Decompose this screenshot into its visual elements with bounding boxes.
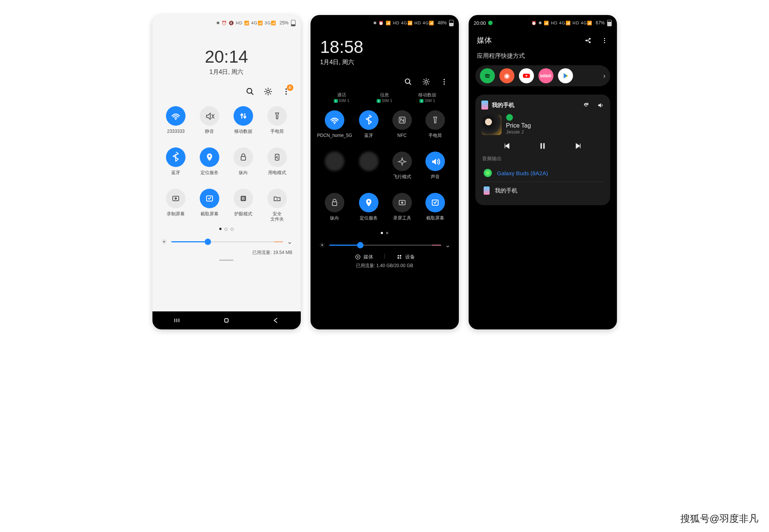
tile-folder[interactable]: 安全 文件夹: [260, 189, 294, 222]
tile-blur[interactable]: [352, 152, 386, 185]
tile-wifi[interactable]: PDCN_home_5G: [317, 110, 352, 143]
action-row: [311, 66, 459, 90]
quick-tiles-grid: PDCN_home_5G蓝牙NFC手电筒飞行模式声音纵向定位服务录屏工具截取屏幕: [311, 104, 459, 227]
status-bar: ✱ ⏰ 📶 HD 4G📶 HD 4G📶 48%: [311, 15, 459, 29]
tile-shot[interactable]: 截取屏幕: [193, 189, 226, 222]
more-button[interactable]: 新: [281, 87, 291, 96]
battery-text: 25%: [279, 20, 288, 26]
tile-loc[interactable]: 定位服务: [193, 147, 226, 180]
tile-nfc[interactable]: NFC: [385, 110, 419, 143]
app-playstore[interactable]: [558, 68, 573, 83]
tile-label: 截取屏幕: [201, 211, 219, 222]
sim-selector[interactable]: 通话1SIM 1: [320, 92, 363, 103]
settings-button[interactable]: [263, 87, 273, 96]
expand-icon[interactable]: ⌄: [287, 237, 293, 246]
tile-label: 截取屏幕: [426, 215, 444, 226]
tile-eye[interactable]: 护眼模式: [226, 189, 260, 222]
prev-button[interactable]: [503, 142, 511, 150]
spotify-icon: [506, 114, 513, 121]
tile-shot[interactable]: 截取屏幕: [419, 193, 452, 226]
battery-text: 67%: [596, 20, 605, 26]
tile-lock[interactable]: 纵向: [317, 193, 352, 226]
action-row: 新: [152, 76, 301, 99]
battery-icon: [291, 20, 296, 26]
quick-settings-panel-light: ✱ ⏰ 🔇 HD 📶 4G📶 3G📶 25% 20:14 1月4日, 周六 新 …: [152, 15, 301, 329]
tile-label: 声音: [431, 174, 440, 185]
search-button[interactable]: [245, 87, 255, 96]
panel-title: 媒体: [477, 35, 492, 45]
tile-label: 纵向: [330, 215, 339, 226]
tile-wifi[interactable]: 2333333: [159, 106, 193, 139]
home-button[interactable]: [221, 315, 232, 326]
recents-button[interactable]: [171, 315, 182, 326]
app-bilibili[interactable]: bilibili: [538, 68, 553, 83]
devices-button[interactable]: 设备: [396, 254, 415, 260]
tile-power[interactable]: 用电模式: [260, 147, 294, 180]
data-usage: 已用流量: 19.54 MB: [152, 248, 301, 257]
status-bar: 20:00 ⏰ ✱ 📶 HD 4G📶 HD 4G📶 67%: [469, 15, 617, 29]
tile-label: 静音: [205, 129, 214, 139]
tile-loc[interactable]: 定位服务: [352, 193, 386, 226]
brightness-slider[interactable]: ⌄: [152, 235, 301, 248]
sun-icon: [161, 238, 167, 245]
brightness-slider[interactable]: ⌄: [311, 239, 459, 251]
tile-mute[interactable]: 静音: [193, 106, 226, 139]
tile-label: PDCN_home_5G: [317, 133, 352, 143]
tile-rec[interactable]: 录制屏幕: [159, 189, 193, 222]
connections-button[interactable]: [584, 36, 592, 45]
app-pocketcasts[interactable]: ◉: [499, 68, 514, 83]
drag-handle[interactable]: [219, 260, 234, 261]
tile-label: 护眼模式: [234, 211, 252, 222]
output-list: Galaxy Buds (8A2A)我的手机: [481, 164, 604, 199]
volume-button[interactable]: [597, 101, 604, 109]
tile-bt[interactable]: 蓝牙: [352, 110, 386, 143]
output-phone[interactable]: 我的手机: [481, 182, 604, 199]
tile-torch[interactable]: 手电筒: [419, 110, 452, 143]
output-buds[interactable]: Galaxy Buds (8A2A): [481, 164, 604, 182]
tile-label: 手电筒: [270, 129, 284, 139]
media-button[interactable]: 媒体: [354, 254, 373, 260]
app-spotify[interactable]: [480, 68, 495, 83]
tile-data[interactable]: 移动数据: [226, 106, 260, 139]
tile-lock[interactable]: 纵向: [226, 147, 260, 180]
more-apps-arrow[interactable]: ›: [603, 72, 606, 80]
tile-label: 录屏工具: [393, 215, 411, 226]
panel-header: 媒体: [469, 29, 617, 48]
app-youtube[interactable]: [519, 68, 534, 83]
tile-label: 手电筒: [428, 133, 442, 143]
sim-row: 通话1SIM 1信息1SIM 1移动数据1SIM 1: [311, 90, 459, 104]
sim-selector[interactable]: 移动数据1SIM 1: [406, 92, 449, 103]
tile-blur[interactable]: [317, 152, 352, 185]
sim-selector[interactable]: 信息1SIM 1: [363, 92, 406, 103]
tile-torch[interactable]: 手电筒: [260, 106, 294, 139]
next-button[interactable]: [574, 142, 582, 150]
date: 1月4日, 周六: [162, 68, 291, 76]
tile-label: 定位服务: [201, 170, 219, 180]
svg-rect-28: [225, 319, 228, 322]
back-button[interactable]: [270, 315, 282, 326]
quick-tiles-grid: 2333333静音移动数据手电筒蓝牙定位服务纵向用电模式录制屏幕截取屏幕护眼模式…: [152, 99, 301, 223]
search-button[interactable]: [403, 77, 413, 87]
refresh-button[interactable]: [582, 101, 590, 109]
song-title: Price Tag: [506, 122, 531, 129]
output-name: Galaxy Buds (8A2A): [497, 170, 548, 176]
device-name: 我的手机: [492, 102, 514, 109]
watermark: 搜狐号@羽度非凡: [680, 512, 758, 525]
clock: 20:14: [162, 47, 291, 67]
pause-button[interactable]: [538, 141, 547, 151]
page-dots: [152, 223, 301, 235]
phone-device-icon: [481, 101, 488, 110]
settings-button[interactable]: [421, 77, 431, 87]
tile-bt[interactable]: 蓝牙: [159, 147, 193, 180]
more-button[interactable]: [600, 36, 609, 45]
tile-sound[interactable]: 声音: [419, 152, 452, 185]
expand-icon[interactable]: ⌄: [445, 241, 451, 249]
status-icons: ✱ ⏰ 🔇 HD 📶 4G📶 3G📶: [216, 21, 277, 26]
phone-icon: [484, 186, 490, 195]
data-usage: 已用流量: 1.40 GB/20.00 GB: [311, 261, 459, 271]
media-card: 我的手机 Price Tag Jessie J: [475, 95, 610, 205]
tile-rec[interactable]: 录屏工具: [385, 193, 419, 226]
tile-plane[interactable]: 飞行模式: [385, 152, 419, 185]
more-button[interactable]: [439, 77, 449, 87]
page-dots: [311, 227, 459, 239]
